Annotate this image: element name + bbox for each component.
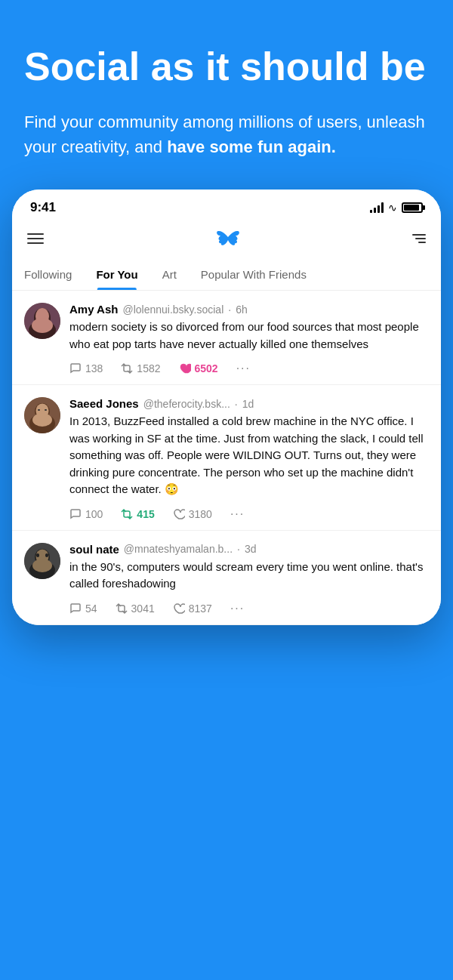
signal-icon (370, 202, 384, 213)
avatar-saeed (24, 397, 60, 433)
tab-for-you[interactable]: For You (84, 259, 149, 290)
soul-retweet-button[interactable]: 3041 (116, 602, 155, 615)
post-saeed-content: Saeed Jones @theferocity.bsk... · 1d In … (69, 397, 429, 521)
svg-rect-18 (45, 553, 48, 557)
post-saeed-actions: 100 415 3180 ··· (69, 507, 429, 521)
post-amy-author: Amy Ash (69, 303, 118, 316)
feed: Amy Ash @lolennui.bsky.social · 6h moder… (12, 291, 441, 625)
svg-rect-11 (45, 409, 47, 411)
tab-following[interactable]: Following (12, 259, 84, 290)
saeed-like-button[interactable]: 3180 (173, 508, 212, 520)
status-icons: ∿ (370, 202, 423, 214)
filter-button[interactable] (412, 234, 426, 243)
post-soul-time: 3d (245, 543, 257, 555)
post-soul-author: soul nate (69, 543, 119, 556)
svg-rect-10 (38, 409, 40, 411)
post-soul-header: soul nate @mnateshyamalan.b... · 3d (69, 543, 429, 556)
svg-point-4 (32, 318, 53, 333)
post-saeed-time: 1d (242, 398, 254, 410)
wifi-icon: ∿ (388, 202, 397, 214)
amy-like-count: 6502 (195, 362, 218, 374)
svg-point-9 (32, 413, 52, 427)
soul-more-button[interactable]: ··· (230, 602, 245, 615)
post-amy-ash: Amy Ash @lolennui.bsky.social · 6h moder… (12, 291, 441, 385)
post-saeed-jones: Saeed Jones @theferocity.bsk... · 1d In … (12, 385, 441, 531)
post-amy-header: Amy Ash @lolennui.bsky.social · 6h (69, 303, 429, 316)
amy-retweet-count: 1582 (137, 362, 160, 374)
saeed-retweet-button[interactable]: 415 (121, 508, 154, 520)
post-amy-dot: · (228, 304, 231, 316)
post-saeed-text: In 2013, BuzzFeed installed a cold brew … (69, 413, 429, 498)
amy-retweet-button[interactable]: 1582 (121, 362, 160, 374)
post-soul-text: in the 90's, computers would scream ever… (69, 559, 429, 593)
post-soul-dot: · (237, 543, 240, 555)
post-soul-nate: soul nate @mnateshyamalan.b... · 3d in t… (12, 531, 441, 625)
avatar-soul (24, 543, 60, 579)
saeed-retweet-count: 415 (137, 508, 154, 520)
post-amy-text: modern society is so divorced from our f… (69, 319, 429, 353)
amy-more-button[interactable]: ··· (236, 362, 251, 375)
tabs-container: Following For You Art Popular With Frien… (12, 259, 441, 291)
tab-popular[interactable]: Popular With Friends (189, 259, 319, 290)
post-amy-actions: 138 1582 6502 ··· (69, 362, 429, 375)
svg-rect-17 (36, 553, 39, 557)
status-bar: 9:41 ∿ (12, 190, 441, 221)
post-soul-handle: @mnateshyamalan.b... (124, 543, 233, 555)
soul-like-button[interactable]: 8137 (173, 602, 212, 615)
post-saeed-header: Saeed Jones @theferocity.bsk... · 1d (69, 397, 429, 410)
soul-comment-button[interactable]: 54 (69, 602, 97, 615)
post-amy-time: 6h (236, 304, 248, 316)
soul-retweet-count: 3041 (131, 602, 155, 615)
saeed-comment-button[interactable]: 100 (69, 508, 103, 520)
saeed-comment-count: 100 (85, 508, 103, 520)
post-soul-content: soul nate @mnateshyamalan.b... · 3d in t… (69, 543, 429, 615)
app-header (12, 221, 441, 259)
post-saeed-handle: @theferocity.bsk... (143, 398, 230, 410)
status-time: 9:41 (30, 200, 56, 215)
amy-comment-button[interactable]: 138 (69, 362, 103, 374)
menu-button[interactable] (27, 233, 44, 244)
post-amy-handle: @lolennui.bsky.social (122, 304, 223, 316)
post-amy-content: Amy Ash @lolennui.bsky.social · 6h moder… (69, 303, 429, 375)
amy-like-button[interactable]: 6502 (179, 362, 218, 374)
soul-like-count: 8137 (189, 602, 212, 615)
hero-subtitle-bold: have some fun again. (167, 137, 336, 156)
hero-section: Social as it should be Find your communi… (0, 0, 453, 190)
saeed-like-count: 3180 (189, 508, 212, 520)
hero-title: Social as it should be (24, 45, 429, 88)
avatar-amy (24, 303, 60, 339)
post-saeed-author: Saeed Jones (69, 397, 139, 410)
battery-icon (402, 202, 423, 213)
saeed-more-button[interactable]: ··· (230, 507, 245, 521)
hero-subtitle: Find your community among millions of us… (24, 109, 429, 159)
soul-comment-count: 54 (85, 602, 97, 615)
post-soul-actions: 54 3041 8137 ··· (69, 602, 429, 615)
post-saeed-dot: · (235, 398, 238, 410)
svg-point-16 (32, 559, 52, 572)
app-logo (217, 227, 239, 250)
phone-mockup: 9:41 ∿ Following For You (12, 190, 441, 625)
tab-art[interactable]: Art (150, 259, 189, 290)
amy-comment-count: 138 (85, 362, 103, 374)
